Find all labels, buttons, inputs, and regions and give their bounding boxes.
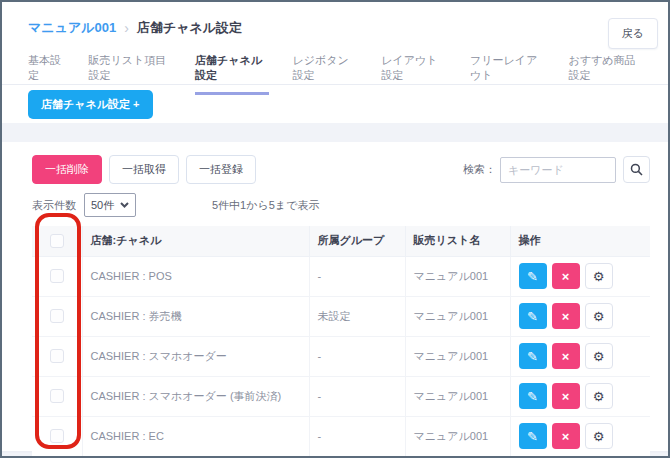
- saleslist-cell: マニュアル001: [405, 296, 510, 336]
- gear-icon: ⚙: [593, 350, 605, 363]
- checkbox-cell: [32, 296, 82, 336]
- tab-item[interactable]: レジボタン設定: [293, 53, 358, 95]
- table-row: CASHIER : スマホオーダー-マニュアル001✎×⚙: [32, 336, 650, 376]
- delete-button[interactable]: ×: [552, 423, 580, 449]
- delete-icon: ×: [562, 270, 570, 283]
- row-checkbox[interactable]: [50, 309, 64, 323]
- select-all-checkbox[interactable]: [50, 234, 64, 248]
- tab-bar: 基本設定販売リスト項目設定店舗チャネル設定レジボタン設定レイアウト設定フリーレイ…: [2, 53, 668, 95]
- per-page-select[interactable]: 50件: [84, 193, 136, 217]
- channel-table: 店舗:チャネル 所属グループ 販売リスト名 操作 CASHIER : POS-マ…: [32, 226, 650, 457]
- app-window: マニュアル001 › 店舗チャネル設定 戻る 基本設定販売リスト項目設定店舗チャ…: [0, 0, 670, 458]
- channel-cell: CASHIER : POS: [82, 256, 309, 296]
- saleslist-cell: マニュアル001: [405, 336, 510, 376]
- edit-button[interactable]: ✎: [519, 263, 547, 289]
- edit-icon: ✎: [527, 390, 538, 403]
- toolbar: 一括削除 一括取得 一括登録 検索：: [32, 155, 650, 184]
- list-controls: 表示件数 50件 5件中1から5まで表示: [32, 193, 650, 217]
- table-row: CASHIER : POS-マニュアル001✎×⚙: [32, 256, 650, 296]
- chevron-down-icon: [120, 202, 129, 208]
- breadcrumb: マニュアル001 › 店舗チャネル設定: [2, 2, 668, 37]
- channel-cell: CASHIER : スマホオーダー: [82, 336, 309, 376]
- search-label: 検索：: [463, 162, 496, 177]
- header-operations: 操作: [510, 226, 650, 256]
- group-cell: -: [309, 416, 405, 456]
- per-page-value: 50件: [91, 198, 114, 213]
- tab-item[interactable]: 販売リスト項目設定: [88, 53, 171, 95]
- back-button[interactable]: 戻る: [608, 18, 658, 49]
- edit-icon: ✎: [527, 350, 538, 363]
- breadcrumb-parent-link[interactable]: マニュアル001: [28, 19, 116, 37]
- saleslist-cell: マニュアル001: [405, 416, 510, 456]
- bulk-get-button[interactable]: 一括取得: [109, 155, 179, 184]
- settings-button[interactable]: ⚙: [585, 263, 613, 289]
- checkbox-cell: [32, 416, 82, 456]
- settings-button[interactable]: ⚙: [585, 303, 613, 329]
- operations-cell: ✎×⚙: [510, 376, 650, 416]
- settings-button[interactable]: ⚙: [585, 423, 613, 449]
- breadcrumb-separator-icon: ›: [124, 20, 129, 36]
- edit-button[interactable]: ✎: [519, 303, 547, 329]
- bulk-register-button[interactable]: 一括登録: [186, 155, 256, 184]
- channel-cell: CASHIER : スマホオーダー (事前決済): [82, 376, 309, 416]
- page-title: 店舗チャネル設定: [137, 19, 242, 37]
- table-header-row: 店舗:チャネル 所属グループ 販売リスト名 操作: [32, 226, 650, 256]
- channel-cell: CASHIER : EC: [82, 416, 309, 456]
- delete-button[interactable]: ×: [552, 263, 580, 289]
- saleslist-cell: マニュアル001: [405, 256, 510, 296]
- search-button[interactable]: [623, 156, 650, 183]
- group-cell: -: [309, 256, 405, 296]
- checkbox-cell: [32, 336, 82, 376]
- row-checkbox[interactable]: [50, 349, 64, 363]
- header-saleslist: 販売リスト名: [405, 226, 510, 256]
- edit-icon: ✎: [527, 310, 538, 323]
- operations-cell: ✎×⚙: [510, 336, 650, 376]
- group-cell: -: [309, 376, 405, 416]
- tab-item[interactable]: レイアウト設定: [381, 53, 446, 95]
- delete-button[interactable]: ×: [552, 383, 580, 409]
- delete-icon: ×: [562, 430, 570, 443]
- row-checkbox[interactable]: [50, 389, 64, 403]
- checkbox-cell: [32, 376, 82, 416]
- delete-icon: ×: [562, 390, 570, 403]
- search-icon: [630, 163, 643, 176]
- settings-button[interactable]: ⚙: [585, 383, 613, 409]
- row-checkbox[interactable]: [50, 269, 64, 283]
- channel-cell: CASHIER : 券売機: [82, 296, 309, 336]
- gear-icon: ⚙: [593, 310, 605, 323]
- checkbox-cell: [32, 256, 82, 296]
- search-input[interactable]: [500, 157, 616, 183]
- pagination-range-text: 5件中1から5まで表示: [212, 198, 319, 213]
- delete-button[interactable]: ×: [552, 303, 580, 329]
- tab-item[interactable]: フリーレイアウト: [470, 53, 544, 95]
- operations-cell: ✎×⚙: [510, 416, 650, 456]
- select-all-header-cell: [32, 226, 82, 256]
- per-page-label: 表示件数: [32, 198, 76, 213]
- delete-icon: ×: [562, 350, 570, 363]
- tab-item[interactable]: おすすめ商品設定: [568, 53, 642, 95]
- group-cell: 未設定: [309, 296, 405, 336]
- table-row: CASHIER : スマホオーダー (事前決済)-マニュアル001✎×⚙: [32, 376, 650, 416]
- settings-button[interactable]: ⚙: [585, 343, 613, 369]
- operations-cell: ✎×⚙: [510, 296, 650, 336]
- edit-button[interactable]: ✎: [519, 343, 547, 369]
- edit-button[interactable]: ✎: [519, 423, 547, 449]
- header-channel: 店舗:チャネル: [82, 226, 309, 256]
- table-row: CASHIER : EC-マニュアル001✎×⚙: [32, 416, 650, 456]
- row-checkbox[interactable]: [50, 429, 64, 443]
- page-header: マニュアル001 › 店舗チャネル設定 戻る 基本設定販売リスト項目設定店舗チャ…: [2, 2, 668, 85]
- bulk-delete-button[interactable]: 一括削除: [32, 155, 102, 184]
- edit-button[interactable]: ✎: [519, 383, 547, 409]
- gear-icon: ⚙: [593, 270, 605, 283]
- operations-cell: ✎×⚙: [510, 256, 650, 296]
- gear-icon: ⚙: [593, 390, 605, 403]
- channel-list-card: 一括削除 一括取得 一括登録 検索： 表示件数 50件 5件中1から5まで表示: [2, 142, 668, 451]
- delete-icon: ×: [562, 310, 570, 323]
- delete-button[interactable]: ×: [552, 343, 580, 369]
- tab-item[interactable]: 基本設定: [28, 53, 64, 95]
- gear-icon: ⚙: [593, 430, 605, 443]
- header-group: 所属グループ: [309, 226, 405, 256]
- tab-item[interactable]: 店舗チャネル設定: [195, 53, 269, 95]
- edit-icon: ✎: [527, 430, 538, 443]
- search-group: 検索：: [463, 156, 650, 183]
